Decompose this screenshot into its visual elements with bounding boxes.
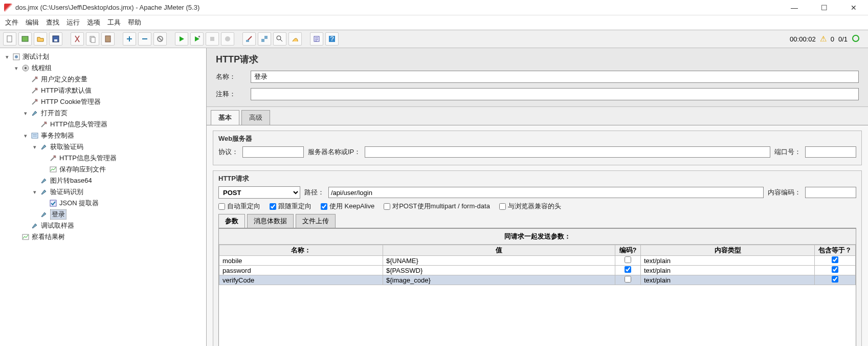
table-row[interactable]: mobile${UNAME}text/plain bbox=[219, 256, 856, 266]
ptab-files[interactable]: 文件上传 bbox=[296, 214, 336, 228]
encoding-input[interactable] bbox=[805, 187, 856, 198]
method-select[interactable]: POST bbox=[218, 186, 300, 199]
ptab-params[interactable]: 参数 bbox=[218, 214, 245, 228]
params-table[interactable]: 名称： 值 编码? 内容类型 包含等于？ mobile${UNAME}text/… bbox=[219, 245, 856, 285]
close-button[interactable]: ✕ bbox=[843, 3, 864, 13]
tree-toggle-icon[interactable]: ▾ bbox=[13, 65, 19, 72]
cell-ctype[interactable]: text/plain bbox=[641, 256, 815, 266]
tree-item[interactable]: 登录 bbox=[2, 209, 204, 220]
svg-rect-3 bbox=[54, 39, 57, 41]
tree-toggle-icon[interactable]: ▾ bbox=[23, 110, 29, 117]
svg-point-18 bbox=[853, 35, 859, 41]
cut-icon[interactable] bbox=[71, 32, 84, 46]
port-input[interactable] bbox=[805, 146, 856, 158]
cell-include-eq[interactable] bbox=[815, 275, 856, 285]
add-icon[interactable] bbox=[123, 32, 136, 46]
http-request-title: HTTP请求 bbox=[218, 174, 856, 183]
tree-item[interactable]: ▾验证码识别 bbox=[2, 186, 204, 198]
host-input[interactable] bbox=[365, 146, 770, 158]
search-icon[interactable] bbox=[273, 32, 286, 46]
cell-name[interactable]: verifyCode bbox=[219, 275, 383, 285]
menu-help[interactable]: 帮助 bbox=[128, 18, 141, 27]
cell-name[interactable]: mobile bbox=[219, 256, 383, 266]
reset-search-icon[interactable] bbox=[288, 32, 302, 46]
tree-item[interactable]: ▾事务控制器 bbox=[2, 130, 204, 141]
cell-value[interactable]: ${image_code} bbox=[383, 275, 615, 285]
tree-item[interactable]: ▾获取验证码 bbox=[2, 141, 204, 153]
stop-icon[interactable] bbox=[206, 32, 219, 46]
menu-search[interactable]: 查找 bbox=[46, 18, 59, 27]
tree-item[interactable]: ▾线程组 bbox=[2, 62, 204, 74]
auto-redirect-check[interactable]: 自动重定向 bbox=[218, 202, 260, 211]
maximize-button[interactable]: ☐ bbox=[814, 3, 834, 13]
col-include-eq[interactable]: 包含等于？ bbox=[815, 245, 856, 256]
open-icon[interactable] bbox=[34, 32, 47, 46]
clear-icon[interactable] bbox=[242, 32, 256, 46]
ptab-body[interactable]: 消息体数据 bbox=[247, 214, 294, 228]
cell-value[interactable]: ${UNAME} bbox=[383, 256, 615, 266]
tree-toggle-icon[interactable]: ▾ bbox=[32, 144, 38, 150]
save-icon[interactable] bbox=[49, 32, 62, 46]
col-name[interactable]: 名称： bbox=[219, 245, 383, 256]
new-icon[interactable] bbox=[3, 32, 16, 46]
templates-icon[interactable] bbox=[18, 32, 32, 46]
cell-name[interactable]: password bbox=[219, 266, 383, 275]
clear-all-icon[interactable] bbox=[258, 32, 271, 46]
help-icon[interactable]: ? bbox=[325, 32, 339, 46]
keepalive-check[interactable]: 使用 KeepAlive bbox=[321, 202, 374, 211]
tab-advanced[interactable]: 高级 bbox=[241, 110, 270, 125]
tree-item[interactable]: ▾测试计划 bbox=[2, 51, 204, 62]
tree-toggle-icon[interactable]: ▾ bbox=[4, 54, 10, 60]
tree-item[interactable]: HTTP信息头管理器 bbox=[2, 119, 204, 130]
menu-run[interactable]: 运行 bbox=[66, 18, 80, 27]
cell-encode[interactable] bbox=[615, 266, 641, 275]
tree-toggle-icon[interactable]: ▾ bbox=[23, 133, 29, 139]
remove-icon[interactable] bbox=[138, 32, 151, 46]
menu-options[interactable]: 选项 bbox=[87, 18, 100, 27]
tab-basic[interactable]: 基本 bbox=[211, 110, 239, 125]
cell-ctype[interactable]: text/plain bbox=[641, 275, 815, 285]
tree-item[interactable]: 调试取样器 bbox=[2, 220, 204, 231]
run-notimer-icon[interactable] bbox=[190, 32, 204, 46]
menu-edit[interactable]: 编辑 bbox=[26, 18, 39, 27]
function-helper-icon[interactable] bbox=[310, 32, 323, 46]
table-row[interactable]: password${PASSWD}text/plain bbox=[219, 266, 856, 275]
follow-redirect-check[interactable]: 跟随重定向 bbox=[270, 202, 311, 211]
shutdown-icon[interactable] bbox=[221, 32, 234, 46]
tree-item[interactable]: HTTP信息头管理器 bbox=[2, 153, 204, 164]
col-encode[interactable]: 编码? bbox=[615, 245, 641, 256]
menu-tools[interactable]: 工具 bbox=[107, 18, 121, 27]
cell-ctype[interactable]: text/plain bbox=[641, 266, 815, 275]
tree-item[interactable]: 图片转base64 bbox=[2, 175, 204, 186]
table-row[interactable]: verifyCode${image_code}text/plain bbox=[219, 275, 856, 285]
tree-item[interactable]: 察看结果树 bbox=[2, 231, 204, 243]
comment-input[interactable] bbox=[251, 88, 859, 100]
col-ctype[interactable]: 内容类型 bbox=[641, 245, 815, 256]
name-input[interactable] bbox=[251, 71, 859, 83]
cell-value[interactable]: ${PASSWD} bbox=[383, 266, 615, 275]
cell-include-eq[interactable] bbox=[815, 266, 856, 275]
tree-item[interactable]: ▾打开首页 bbox=[2, 107, 204, 119]
multipart-check[interactable]: 对POST使用multipart / form-data bbox=[384, 202, 490, 211]
paste-icon[interactable] bbox=[101, 32, 115, 46]
test-plan-tree[interactable]: ▾测试计划▾线程组用户定义的变量HTTP请求默认值HTTP Cookie管理器▾… bbox=[0, 48, 207, 346]
menu-file[interactable]: 文件 bbox=[5, 18, 18, 27]
cell-encode[interactable] bbox=[615, 256, 641, 266]
tree-toggle-icon[interactable]: ▾ bbox=[32, 189, 38, 196]
run-icon[interactable] bbox=[175, 32, 188, 46]
tree-item[interactable]: JSON 提取器 bbox=[2, 198, 204, 209]
copy-icon[interactable] bbox=[86, 32, 99, 46]
tree-item[interactable]: 用户定义的变量 bbox=[2, 74, 204, 85]
tree-item-label: HTTP Cookie管理器 bbox=[41, 97, 101, 106]
tree-item[interactable]: HTTP Cookie管理器 bbox=[2, 96, 204, 107]
col-value[interactable]: 值 bbox=[383, 245, 615, 256]
disable-icon[interactable] bbox=[153, 32, 167, 46]
path-input[interactable] bbox=[328, 187, 764, 198]
cell-include-eq[interactable] bbox=[815, 256, 856, 266]
tree-item[interactable]: 保存响应到文件 bbox=[2, 164, 204, 175]
cell-encode[interactable] bbox=[615, 275, 641, 285]
tree-item[interactable]: HTTP请求默认值 bbox=[2, 85, 204, 96]
minimize-button[interactable]: — bbox=[784, 3, 805, 13]
protocol-input[interactable] bbox=[242, 146, 304, 158]
browser-headers-check[interactable]: 与浏览器兼容的头 bbox=[499, 202, 561, 211]
